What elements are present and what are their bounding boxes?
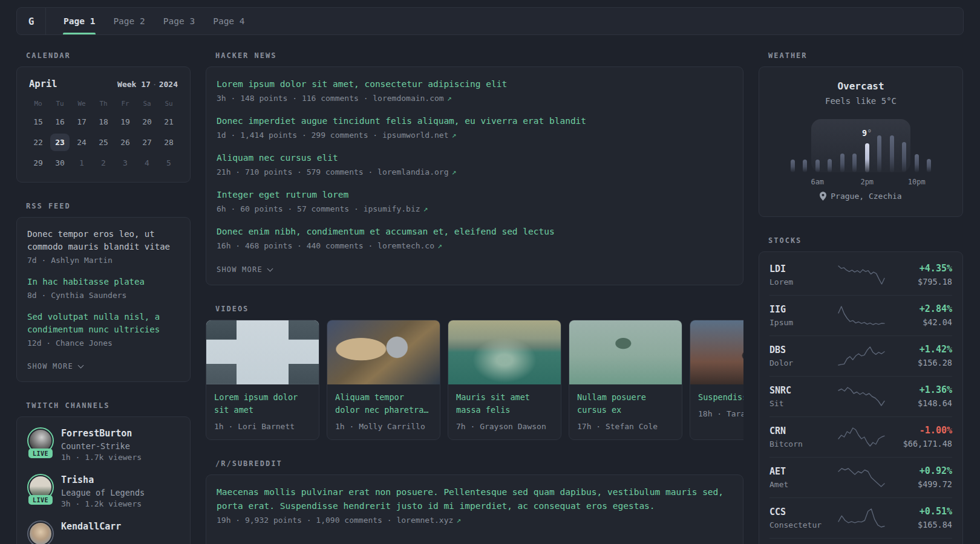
stock-sparkline: [837, 265, 886, 285]
tab-page-4[interactable]: Page 4: [204, 8, 253, 34]
stock-ticker[interactable]: LDI: [769, 264, 837, 275]
video-title[interactable]: Nullam posuere cursus ex: [577, 391, 674, 416]
hourly-temp-bar: [890, 135, 894, 172]
hackernews-item-title[interactable]: Donec imperdiet augue tincidunt felis al…: [217, 114, 733, 128]
calendar-day: 16: [50, 113, 70, 131]
meta-text: 19h · 9,932 points · 1,090 comments · lo…: [217, 516, 453, 525]
calendar-day: 18: [94, 113, 113, 131]
video-thumbnail[interactable]: [327, 320, 440, 384]
avatar[interactable]: LIVE: [27, 474, 54, 500]
calendar-week-year: Week 17·2024: [117, 80, 178, 89]
hour-slot: [898, 119, 911, 172]
stock-ticker[interactable]: AET: [769, 466, 837, 478]
rss-show-more-button[interactable]: SHOW MORE: [27, 362, 83, 371]
tab-page-2[interactable]: Page 2: [104, 8, 154, 34]
calendar-year: 2024: [159, 80, 178, 89]
hackernews-item-title[interactable]: Donec enim nibh, condimentum et accumsan…: [217, 225, 733, 239]
stock-sparkline: [837, 427, 886, 447]
twitch-game: Counter-Strike: [61, 441, 142, 451]
calendar-day: 26: [116, 134, 135, 151]
calendar-day: 27: [137, 134, 157, 151]
tab-page-1[interactable]: Page 1: [54, 8, 104, 34]
hourly-temp-bar: [815, 160, 820, 172]
stock-change: +0.92%: [886, 465, 952, 477]
rss-item-meta: 12d · Chance Jones: [27, 337, 180, 349]
stock-ticker[interactable]: CRN: [769, 426, 837, 437]
video-thumbnail[interactable]: [569, 320, 682, 384]
twitch-game: League of Legends: [61, 488, 145, 497]
tab-page-3[interactable]: Page 3: [154, 8, 204, 34]
rss-item-meta: 8d · Cynthia Saunders: [27, 290, 180, 302]
stock-row: AETAmet +0.92%$499.72: [769, 457, 952, 497]
video-title[interactable]: Suspendisse diam: [698, 391, 743, 404]
hour-slot: [923, 119, 936, 172]
stock-name: Amet: [769, 480, 837, 489]
video-title[interactable]: Mauris sit amet massa felis: [456, 391, 553, 416]
weekday-label: We: [77, 98, 85, 110]
video-thumbnail[interactable]: [206, 320, 319, 384]
external-link-icon[interactable]: ↗: [444, 94, 452, 103]
stock-ticker[interactable]: SNRC: [769, 385, 837, 397]
calendar-day: 28: [159, 134, 178, 151]
weather-chart: 9°6am2pm10pm: [786, 119, 935, 172]
external-link-icon[interactable]: ↗: [453, 516, 461, 525]
weather-widget: WEATHER Overcast Feels like 5°C 9°6am2pm…: [759, 51, 963, 217]
weather-condition: Overcast: [769, 80, 952, 92]
hackernews-item: Donec imperdiet augue tincidunt felis al…: [217, 114, 733, 141]
avatar[interactable]: LIVE: [27, 427, 54, 454]
subreddit-card: Maecenas mollis pulvinar erat non posuer…: [206, 474, 743, 544]
hackernews-item-title[interactable]: Aliquam nec cursus elit: [217, 151, 733, 165]
twitch-channel-name[interactable]: ForrestBurton: [61, 427, 142, 439]
stock-ticker[interactable]: CCS: [769, 507, 837, 518]
hackernews-item-meta: 21h · 710 points · 579 comments · loreml…: [217, 166, 733, 178]
hour-slot: [849, 119, 861, 172]
stock-ticker[interactable]: IIG: [769, 304, 837, 316]
twitch-channel-name[interactable]: Trisha: [61, 474, 145, 486]
video-card-body: Aliquam tempor dolor nec pharetra… 1h · …: [327, 384, 440, 439]
stocks-section-title: STOCKS: [768, 236, 963, 245]
hackernews-item-meta: 16h · 468 points · 440 comments · loremt…: [217, 240, 733, 252]
twitch-channel-info: ForrestBurton Counter-Strike 1h · 1.7k v…: [61, 427, 142, 462]
weather-section-title: WEATHER: [768, 51, 963, 60]
video-thumbnail[interactable]: [690, 320, 743, 384]
hour-slot: [874, 119, 886, 172]
left-column: CALENDAR April Week 17·2024 MoTuWeThFrSa…: [16, 51, 191, 544]
video-title[interactable]: Lorem ipsum dolor sit amet consectetu…: [214, 391, 311, 416]
rss-item-title[interactable]: Donec tempor eros leo, ut commodo mauris…: [27, 228, 180, 253]
video-card[interactable]: Lorem ipsum dolor sit amet consectetu… 1…: [206, 320, 319, 440]
calendar-widget: CALENDAR April Week 17·2024 MoTuWeThFrSa…: [16, 51, 191, 183]
video-card[interactable]: Mauris sit amet massa felis 7h · Grayson…: [448, 320, 561, 440]
rss-item-title[interactable]: In hac habitasse platea: [27, 276, 180, 288]
twitch-channel-name[interactable]: KendallCarr: [61, 520, 121, 533]
external-link-icon[interactable]: ↗: [434, 241, 442, 250]
video-meta: 17h · Stefan Cole: [577, 422, 674, 431]
hackernews-item-meta: 1d · 1,414 points · 299 comments · ipsum…: [217, 129, 733, 141]
avatar[interactable]: [27, 520, 54, 544]
video-title[interactable]: Aliquam tempor dolor nec pharetra…: [335, 391, 432, 416]
video-card[interactable]: Suspendisse diam 18h · Tara: [690, 320, 743, 440]
subreddit-post-title[interactable]: Maecenas mollis pulvinar erat non posuer…: [217, 485, 733, 513]
weather-location: Prague, Czechia: [820, 192, 901, 201]
time-axis-label: 6am: [811, 178, 824, 186]
stocks-widget: STOCKS LDILorem +4.35%$795.18 IIGIpsum +…: [759, 236, 963, 544]
external-link-icon[interactable]: ↗: [449, 167, 457, 176]
rss-item-title[interactable]: Sed volutpat nulla nisl, a condimentum n…: [27, 311, 180, 336]
stock-ticker[interactable]: DBS: [769, 345, 837, 356]
external-link-icon[interactable]: ↗: [449, 131, 457, 140]
rss-card: Donec tempor eros leo, ut commodo mauris…: [16, 217, 191, 382]
external-link-icon[interactable]: ↗: [420, 204, 428, 213]
video-card[interactable]: Nullam posuere cursus ex 17h · Stefan Co…: [569, 320, 682, 440]
stock-sparkline: [837, 508, 886, 528]
hackernews-item-title[interactable]: Lorem ipsum dolor sit amet, consectetur …: [217, 77, 733, 91]
hourly-temp-bar: [927, 159, 931, 172]
video-thumbnail[interactable]: [448, 320, 561, 384]
weather-card: Overcast Feels like 5°C 9°6am2pm10pm Pra…: [759, 66, 963, 217]
stock-sparkline: [837, 386, 886, 407]
video-card[interactable]: Aliquam tempor dolor nec pharetra… 1h · …: [327, 320, 440, 440]
subreddit-post-meta: 19h · 9,932 points · 1,090 comments · lo…: [217, 514, 733, 526]
hackernews-item-title[interactable]: Integer eget rutrum lorem: [217, 188, 733, 202]
stock-price: $66,171.48: [886, 439, 952, 448]
hackernews-show-more-button[interactable]: SHOW MORE: [217, 265, 272, 274]
twitch-section-title: TWITCH CHANNELS: [26, 401, 191, 410]
hackernews-item: Integer eget rutrum lorem 6h · 60 points…: [217, 188, 733, 215]
